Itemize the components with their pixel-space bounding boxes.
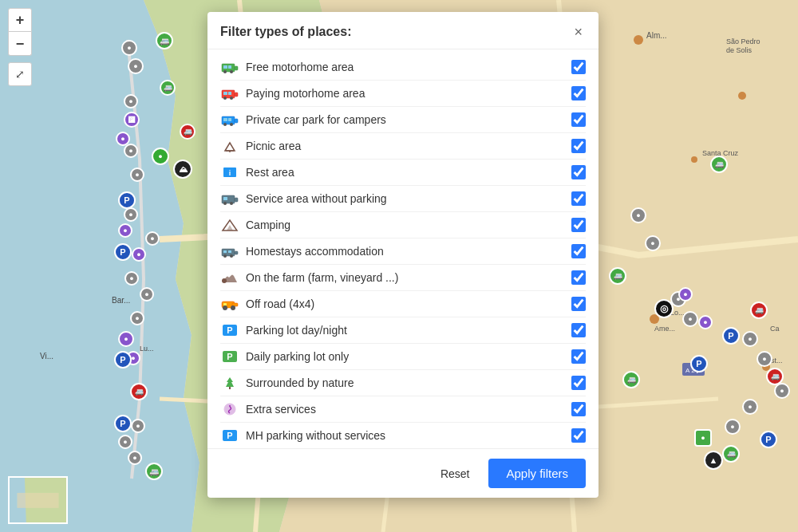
filter-item-service: Service area without parking — [220, 186, 586, 212]
map-controls: + − ⤢ — [8, 8, 32, 86]
filter-checkbox-mh_parking[interactable] — [571, 428, 586, 443]
svg-point-1 — [634, 35, 643, 45]
zoom-out-button[interactable]: − — [8, 32, 32, 56]
filter-label-paying_motorhome: Paying motorhome area — [246, 87, 365, 100]
filter-label-extra: Extra services — [246, 403, 316, 416]
svg-rect-24 — [235, 66, 238, 70]
modal-close-button[interactable]: × — [571, 23, 586, 41]
filter-item-nature: Surrounded by nature — [220, 370, 586, 396]
filter-modal: Filter types of places: × Free motorhome… — [207, 12, 598, 498]
filter-label-parking_daynight: Parking lot day/night — [246, 324, 347, 337]
filter-checkbox-homestay[interactable] — [571, 244, 586, 258]
svg-rect-54 — [223, 250, 227, 253]
filter-label-free_motorhome: Free motorhome area — [246, 61, 354, 73]
svg-point-48 — [230, 202, 233, 205]
filter-label-nature: Surrounded by nature — [246, 376, 354, 389]
filter-icon-homestay — [220, 243, 239, 259]
filter-item-mh_parking: PMH parking without services — [220, 423, 586, 448]
svg-rect-40 — [228, 118, 231, 121]
svg-point-31 — [223, 97, 227, 100]
filter-label-farm: On the farm (farm, vineyard ...) — [246, 271, 398, 284]
zoom-in-button[interactable]: + — [8, 8, 32, 32]
svg-text:P: P — [227, 431, 232, 440]
filter-label-service: Service area without parking — [246, 192, 387, 205]
svg-rect-39 — [223, 118, 227, 121]
filter-checkbox-parking_daynight[interactable] — [571, 323, 586, 337]
svg-point-3 — [691, 156, 697, 163]
filter-checkbox-service[interactable] — [571, 191, 586, 206]
svg-point-38 — [230, 123, 233, 126]
svg-rect-33 — [223, 92, 227, 95]
svg-rect-55 — [228, 250, 231, 253]
filter-label-daily_parking: Daily parking lot only — [246, 350, 349, 363]
filter-label-picnic: Picnic area — [246, 140, 301, 152]
svg-point-53 — [230, 254, 233, 258]
svg-text:Ca: Ca — [770, 325, 780, 333]
filter-checkbox-rest[interactable] — [571, 165, 586, 179]
filter-item-rest: iRest area — [220, 160, 586, 186]
filter-item-free_motorhome: Free motorhome area — [220, 54, 586, 81]
filter-item-offroad: Off road (4x4) — [220, 291, 586, 317]
filter-icon-mh_parking: P — [220, 428, 239, 443]
filter-label-camping: Camping — [246, 219, 290, 231]
svg-rect-46 — [235, 198, 238, 202]
svg-rect-51 — [235, 251, 238, 254]
filter-checkbox-daily_parking[interactable] — [571, 349, 586, 364]
filter-checkbox-farm[interactable] — [571, 270, 586, 285]
svg-text:P: P — [227, 352, 232, 361]
map-thumbnail[interactable] — [8, 476, 68, 524]
filter-icon-farm — [220, 270, 239, 286]
filter-icon-paying_motorhome — [220, 85, 239, 101]
svg-point-26 — [230, 70, 233, 73]
svg-text:de Solis: de Solis — [726, 46, 753, 54]
filter-item-extra: Extra services — [220, 396, 586, 423]
filter-item-farm: On the farm (farm, vineyard ...) — [220, 265, 586, 291]
filter-icon-camping — [220, 217, 239, 233]
svg-text:i: i — [229, 169, 231, 177]
filter-item-daily_parking: PDaily parking lot only — [220, 344, 586, 370]
filter-checkbox-free_motorhome[interactable] — [571, 60, 586, 74]
svg-point-47 — [223, 202, 227, 205]
svg-point-25 — [223, 70, 227, 73]
svg-point-2 — [738, 92, 746, 100]
svg-point-52 — [223, 254, 227, 258]
filter-item-parking_daynight: PParking lot day/night — [220, 317, 586, 344]
filter-checkbox-paying_motorhome[interactable] — [571, 86, 586, 100]
svg-point-68 — [229, 405, 231, 407]
filter-checkbox-offroad[interactable] — [571, 297, 586, 311]
filter-icon-rest: i — [220, 164, 239, 180]
filter-item-camping: Camping — [220, 212, 586, 238]
svg-text:Vi...: Vi... — [40, 352, 53, 361]
modal-footer: Reset Apply filters — [207, 448, 598, 498]
filter-checkbox-private_carpark[interactable] — [571, 112, 586, 127]
filter-checkbox-picnic[interactable] — [571, 139, 586, 153]
filter-checkbox-camping[interactable] — [571, 218, 586, 232]
svg-text:Bar...: Bar... — [112, 296, 130, 305]
svg-rect-28 — [228, 65, 231, 69]
filter-item-private_carpark: Private car park for campers — [220, 107, 586, 133]
svg-point-56 — [222, 278, 227, 283]
svg-text:Alm...: Alm... — [646, 31, 667, 40]
filter-icon-service — [220, 191, 239, 207]
svg-text:Lu...: Lu... — [140, 345, 154, 353]
reset-button[interactable]: Reset — [431, 461, 480, 487]
filter-icon-free_motorhome — [220, 59, 239, 75]
filter-checkbox-nature[interactable] — [571, 376, 586, 390]
svg-rect-36 — [235, 119, 238, 123]
filter-label-mh_parking: MH parking without services — [246, 429, 385, 442]
expand-button[interactable]: ⤢ — [8, 62, 32, 86]
filter-icon-offroad — [220, 296, 239, 312]
svg-rect-49 — [223, 197, 227, 200]
svg-rect-30 — [235, 93, 238, 97]
filter-label-rest: Rest area — [246, 166, 294, 179]
apply-filters-button[interactable]: Apply filters — [488, 459, 586, 488]
filter-checkbox-extra[interactable] — [571, 402, 586, 416]
filter-icon-nature — [220, 375, 239, 391]
svg-rect-61 — [223, 303, 227, 305]
svg-text:Ame...: Ame... — [654, 325, 675, 333]
modal-header: Filter types of places: × — [207, 12, 598, 49]
filter-label-offroad: Off road (4x4) — [246, 298, 314, 310]
svg-rect-27 — [223, 65, 227, 69]
svg-text:P: P — [227, 325, 232, 335]
filter-item-picnic: Picnic area — [220, 133, 586, 160]
